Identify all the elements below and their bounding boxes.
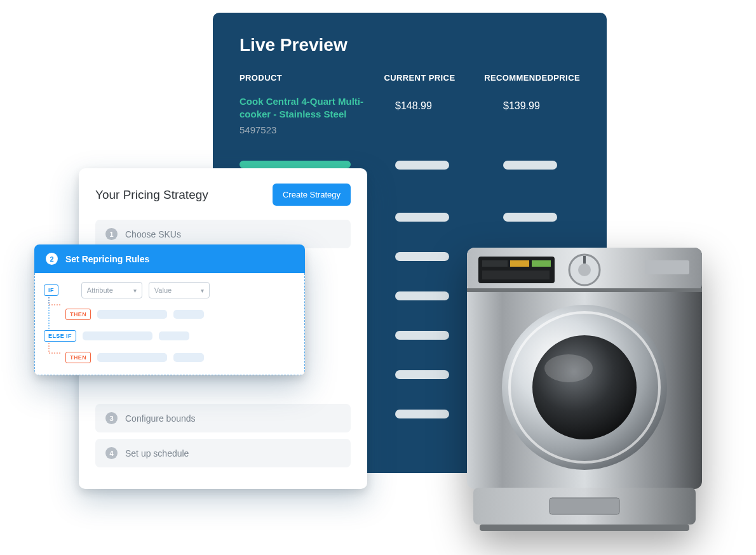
- step-number-2: 2: [46, 253, 58, 265]
- skeleton-price: [503, 213, 557, 222]
- skeleton-price: [395, 410, 449, 418]
- rules-title: Set Repricing Rules: [65, 254, 149, 264]
- skeleton-price: [395, 291, 449, 300]
- svg-rect-11: [645, 260, 689, 274]
- attribute-select[interactable]: Attribute ▾: [81, 282, 142, 298]
- skeleton-price: [395, 370, 449, 379]
- skeleton-bar: [240, 161, 351, 168]
- svg-rect-10: [583, 256, 586, 264]
- skeleton-pill: [97, 353, 167, 362]
- rule-then-row: THEN: [44, 352, 295, 363]
- step-set-up-schedule[interactable]: 4 Set up schedule: [95, 439, 351, 467]
- step-label: Set up schedule: [125, 448, 189, 458]
- step-number-3: 3: [105, 412, 118, 424]
- svg-rect-4: [482, 260, 508, 267]
- step-configure-bounds[interactable]: 3 Configure bounds: [95, 404, 351, 432]
- rules-header[interactable]: 2 Set Repricing Rules: [34, 244, 305, 273]
- live-preview-header-row: PRODUCT CURRENT PRICE RECOMMENDEDPRICE: [240, 73, 580, 95]
- live-preview-title: Live Preview: [240, 35, 580, 55]
- chevron-down-icon: ▾: [201, 287, 204, 294]
- washing-machine-icon: [454, 241, 715, 540]
- skeleton-pill: [173, 310, 204, 319]
- skeleton-pill: [83, 331, 152, 340]
- svg-rect-18: [480, 525, 689, 531]
- svg-point-9: [578, 264, 591, 276]
- rule-elseif-row: ELSE IF: [44, 330, 295, 342]
- current-price: $148.99: [395, 95, 503, 135]
- create-strategy-button[interactable]: Create Strategy: [273, 184, 351, 206]
- rule-if-row: IF Attribute ▾ Value ▾: [44, 282, 295, 298]
- skeleton-pill: [159, 331, 189, 340]
- live-preview-row-featured: Cook Central 4-Quart Multi-cooker - Stai…: [240, 95, 580, 135]
- col-header-product: PRODUCT: [240, 73, 384, 83]
- product-sku: 5497523: [240, 124, 395, 135]
- svg-point-14: [532, 335, 637, 439]
- svg-rect-6: [532, 260, 551, 267]
- skeleton-pill: [97, 310, 167, 319]
- skeleton-price: [503, 161, 557, 170]
- step-label: Configure bounds: [125, 413, 196, 424]
- skeleton-pill: [173, 353, 204, 362]
- col-header-recommended-price: RECOMMENDEDPRICE: [484, 73, 580, 83]
- tag-else-if: ELSE IF: [44, 330, 76, 342]
- recommended-price: $139.99: [503, 95, 580, 135]
- strategy-title: Your Pricing Strategy: [95, 188, 208, 202]
- rule-then-row: THEN: [44, 309, 295, 320]
- value-select[interactable]: Value ▾: [149, 282, 210, 298]
- attribute-placeholder: Attribute: [87, 286, 113, 294]
- svg-rect-17: [550, 498, 619, 514]
- skeleton-price: [395, 252, 449, 261]
- step-label: Choose SKUs: [125, 229, 181, 239]
- value-placeholder: Value: [154, 286, 172, 294]
- rules-body: IF Attribute ▾ Value ▾ THEN ELSE IF THEN: [34, 273, 305, 375]
- svg-rect-7: [482, 271, 550, 279]
- tag-then: THEN: [65, 352, 91, 363]
- step-number-1: 1: [105, 228, 118, 240]
- skeleton-price: [395, 331, 449, 340]
- col-header-current-price: CURRENT PRICE: [384, 73, 484, 83]
- svg-rect-2: [467, 288, 702, 292]
- step-number-4: 4: [105, 447, 118, 459]
- skeleton-price: [395, 161, 449, 170]
- svg-rect-5: [510, 260, 529, 267]
- repricing-rules-card: 2 Set Repricing Rules IF Attribute ▾ Val…: [34, 244, 305, 375]
- svg-point-15: [544, 354, 593, 382]
- tag-then: THEN: [65, 309, 91, 320]
- tag-if: IF: [44, 284, 58, 296]
- chevron-down-icon: ▾: [133, 287, 137, 294]
- skeleton-price: [395, 213, 449, 222]
- product-name: Cook Central 4-Quart Multi-cooker - Stai…: [240, 95, 373, 121]
